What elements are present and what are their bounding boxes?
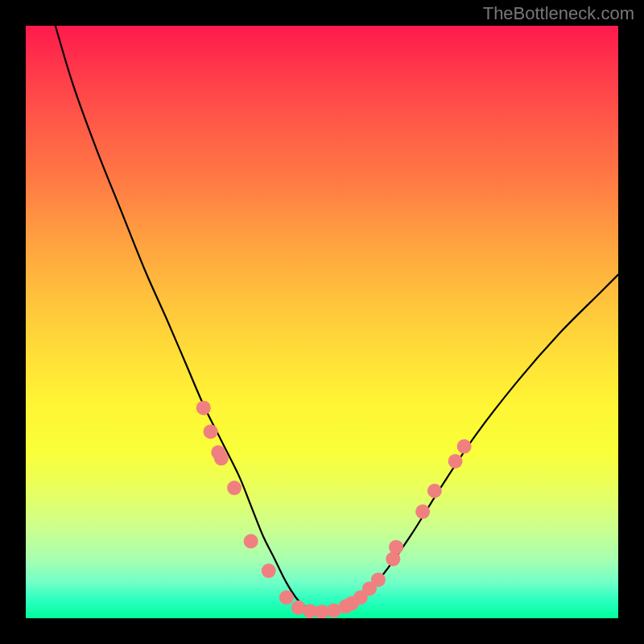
scatter-dot — [227, 481, 242, 495]
plot-area — [26, 26, 618, 618]
scatter-dot — [457, 440, 472, 454]
scatter-dots — [196, 401, 472, 618]
scatter-dot — [389, 540, 403, 555]
scatter-dot — [427, 484, 442, 498]
scatter-dot — [448, 454, 463, 469]
scatter-dot — [244, 534, 258, 548]
watermark-text: TheBottleneck.com — [483, 3, 634, 24]
scatter-dot — [371, 572, 386, 587]
scatter-dot — [262, 564, 276, 578]
scatter-dot — [211, 445, 225, 460]
scatter-dot — [204, 424, 218, 439]
scatter-dot — [362, 581, 377, 596]
scatter-dot — [315, 605, 329, 618]
scatter-dot — [327, 603, 341, 617]
bottleneck-curve — [56, 26, 618, 613]
scatter-dot — [291, 601, 306, 615]
scatter-dot — [386, 551, 400, 566]
chart-frame: TheBottleneck.com — [0, 0, 644, 644]
scatter-dot — [353, 590, 368, 605]
scatter-dot — [303, 604, 317, 618]
scatter-dot — [279, 590, 294, 605]
curve-layer — [26, 26, 618, 618]
scatter-dot — [415, 505, 430, 519]
scatter-dot — [338, 599, 353, 613]
scatter-dot — [214, 451, 229, 465]
scatter-dot — [196, 401, 211, 415]
scatter-dot — [345, 597, 359, 611]
